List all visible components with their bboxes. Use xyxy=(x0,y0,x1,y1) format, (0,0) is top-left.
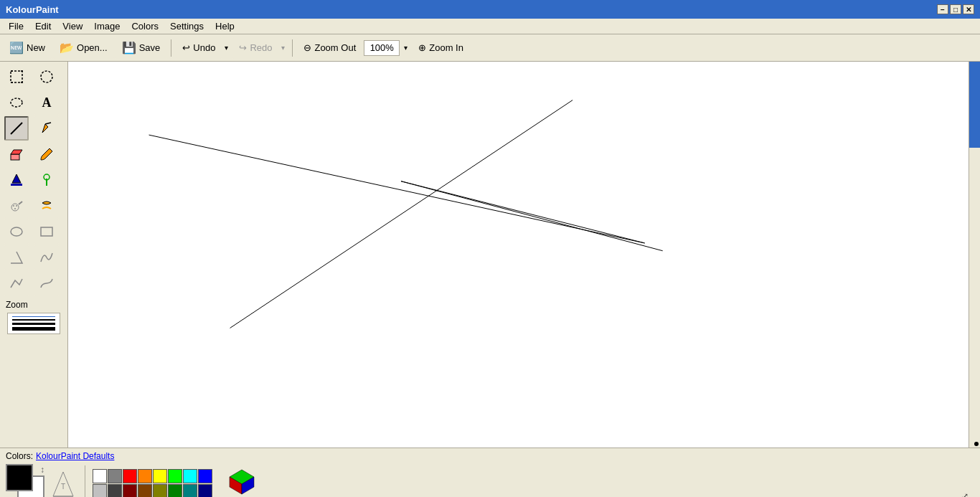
drawing-canvas[interactable] xyxy=(68,62,969,448)
cube-area xyxy=(224,464,260,497)
swatch-white[interactable] xyxy=(93,469,107,483)
redo-group: ↪ Redo ▾ xyxy=(232,37,288,59)
open-button[interactable]: 📂 Open... xyxy=(53,37,114,59)
svg-text:T: T xyxy=(61,483,65,491)
stroke-2[interactable] xyxy=(12,319,55,321)
fg-color-box[interactable] xyxy=(6,464,33,491)
stroke-1[interactable] xyxy=(12,316,55,317)
undo-label: Undo xyxy=(193,42,215,53)
swatch-silver[interactable] xyxy=(93,484,107,498)
new-button[interactable]: 🆕 New xyxy=(3,37,52,59)
menu-settings[interactable]: Settings xyxy=(164,19,209,33)
tool-curve[interactable] xyxy=(34,245,59,270)
swatch-darkgray[interactable] xyxy=(108,484,122,498)
toolbox: A xyxy=(0,62,68,448)
svg-point-1 xyxy=(41,71,52,82)
swatch-brown[interactable] xyxy=(138,484,152,498)
menu-image[interactable]: Image xyxy=(88,19,126,33)
stroke-3[interactable] xyxy=(12,323,55,325)
scrollbar-vertical[interactable] xyxy=(969,62,980,448)
save-button[interactable]: 💾 Save xyxy=(116,37,167,59)
tool-ellipse-select[interactable] xyxy=(4,90,29,115)
swatch-darkred[interactable] xyxy=(123,484,137,498)
save-label: Save xyxy=(139,42,161,53)
swatch-green[interactable] xyxy=(168,469,182,483)
tool-select-free[interactable] xyxy=(34,65,59,89)
undo-dropdown[interactable]: ▾ xyxy=(222,37,231,59)
swatch-blue[interactable] xyxy=(198,469,212,483)
polygon-icon xyxy=(9,250,24,265)
new-label: New xyxy=(27,42,45,53)
ellipse-select-icon xyxy=(9,95,24,110)
swatch-olive[interactable] xyxy=(153,484,167,498)
zoom-level-value: 100% xyxy=(370,42,394,53)
zoom-in-button[interactable]: ⊕ Zoom In xyxy=(412,37,470,59)
swatch-teal[interactable] xyxy=(183,484,197,498)
tool-line[interactable] xyxy=(4,116,29,141)
swatch-orange[interactable] xyxy=(138,469,152,483)
svg-point-16 xyxy=(11,227,22,236)
canvas-inner[interactable] xyxy=(68,62,969,448)
minimize-button[interactable]: − xyxy=(937,4,948,14)
tool-polygon[interactable] xyxy=(4,245,29,270)
zoom-level-dropdown[interactable]: ▾ xyxy=(401,37,410,59)
line-icon xyxy=(9,121,24,136)
canvas-container[interactable] xyxy=(68,62,980,448)
tool-ellipse[interactable] xyxy=(4,219,29,244)
toolbar: 🆕 New 📂 Open... 💾 Save ↩ Undo ▾ ↪ Redo ▾… xyxy=(0,34,980,62)
swatch-gray[interactable] xyxy=(108,469,122,483)
polyline-icon xyxy=(9,276,24,290)
cube-icon xyxy=(225,467,258,497)
undo-group: ↩ Undo ▾ xyxy=(176,37,231,59)
svg-line-4 xyxy=(45,123,51,124)
swatch-cyan[interactable] xyxy=(183,469,197,483)
zoom-section: Zoom xyxy=(1,300,66,337)
swatch-navy[interactable] xyxy=(198,484,212,498)
menu-file[interactable]: File xyxy=(3,19,29,33)
select-rect-icon xyxy=(9,70,24,84)
swatch-yellow[interactable] xyxy=(153,469,167,483)
zoom-out-label: Zoom Out xyxy=(314,42,356,53)
svg-point-12 xyxy=(13,205,14,207)
main-area: A xyxy=(0,62,980,448)
zoom-out-button[interactable]: ⊖ Zoom Out xyxy=(297,37,362,59)
tool-rectangle[interactable] xyxy=(34,219,59,244)
tool-airbrush[interactable] xyxy=(4,194,29,218)
stroke-4[interactable] xyxy=(12,327,55,331)
menu-view[interactable]: View xyxy=(57,19,88,33)
menu-edit[interactable]: Edit xyxy=(29,19,57,33)
airbrush-icon xyxy=(9,199,24,213)
tool-connected[interactable] xyxy=(34,271,59,295)
tool-text[interactable]: A xyxy=(34,90,59,115)
swatch-darkgreen[interactable] xyxy=(168,484,182,498)
close-button[interactable]: ✕ xyxy=(963,4,974,14)
palette-icon-area: T xyxy=(49,464,77,497)
eraser-icon xyxy=(9,147,24,161)
menu-colors[interactable]: Colors xyxy=(126,19,164,33)
tool-eraser[interactable] xyxy=(4,142,29,166)
tool-smudge[interactable] xyxy=(34,194,59,218)
separator-2 xyxy=(292,39,293,57)
tool-polyline[interactable] xyxy=(4,271,29,295)
bottom-bar: Colors: KolourPaint Defaults ↕ T xyxy=(0,448,980,497)
tool-color-pick[interactable] xyxy=(34,168,59,192)
scrollbar-thumb[interactable] xyxy=(969,62,980,148)
expand-icon[interactable]: ⤢ xyxy=(961,491,969,497)
redo-dropdown[interactable]: ▾ xyxy=(278,37,288,59)
tool-brush[interactable] xyxy=(34,142,59,166)
tool-pen[interactable] xyxy=(34,116,59,141)
tool-select-rect[interactable] xyxy=(4,65,29,89)
open-icon: 📂 xyxy=(60,41,74,55)
svg-rect-0 xyxy=(11,71,22,82)
redo-button[interactable]: ↪ Redo xyxy=(232,37,278,59)
tool-fill[interactable] xyxy=(4,168,29,192)
separator-1 xyxy=(171,39,171,57)
color-pick-icon xyxy=(39,173,54,187)
maximize-button[interactable]: □ xyxy=(950,4,961,14)
color-swap-icon[interactable]: ↕ xyxy=(40,465,44,475)
colors-link[interactable]: KolourPaint Defaults xyxy=(36,451,114,461)
menu-help[interactable]: Help xyxy=(209,19,240,33)
undo-button[interactable]: ↩ Undo xyxy=(176,37,222,59)
swatch-red[interactable] xyxy=(123,469,137,483)
svg-point-13 xyxy=(16,205,17,207)
